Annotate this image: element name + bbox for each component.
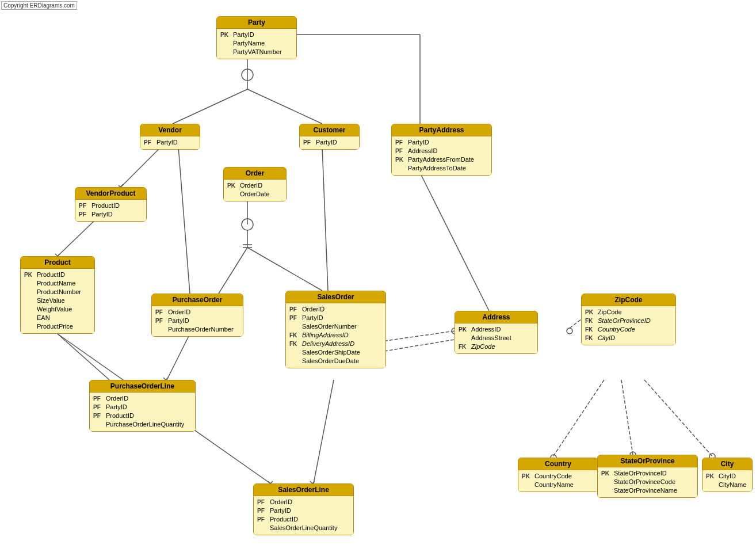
entity-vendorproduct: VendorProduct PFProductID PFPartyID [75, 187, 147, 222]
entity-body-vendor: PFPartyID [140, 136, 200, 149]
entity-row: PartyName [220, 39, 293, 48]
entity-row: PKZipCode [585, 308, 672, 317]
svg-line-20 [322, 147, 328, 291]
entity-header-country: Country [518, 458, 598, 470]
entity-row: PartyVATNumber [220, 48, 293, 56]
entity-body-salesorder: PFOrderID PFPartyID SalesOrderNumber FKB… [286, 303, 385, 368]
entity-vendor: Vendor PFPartyID [140, 124, 200, 150]
entity-header-vendorproduct: VendorProduct [75, 188, 146, 200]
entity-header-address: Address [455, 311, 537, 323]
svg-line-3 [247, 89, 322, 124]
entity-header-vendor: Vendor [140, 124, 200, 136]
entity-party: Party PKPartyID PartyName PartyVATNumber [216, 16, 297, 59]
entity-row: StateOrProvinceCode [601, 478, 694, 486]
entity-header-purchaseorderline: PurchaseOrderLine [90, 380, 195, 393]
entity-row: PFProductID [79, 201, 143, 210]
svg-line-12 [178, 147, 190, 294]
svg-point-2 [242, 69, 253, 81]
svg-line-19 [247, 247, 322, 291]
entity-header-customer: Customer [300, 124, 359, 136]
entity-row: OrderDate [227, 190, 282, 199]
entity-body-salesorderline: PFOrderID PFPartyID PFProductID SalesOrd… [254, 496, 353, 535]
entity-body-vendorproduct: PFProductID PFPartyID [75, 200, 146, 221]
entity-header-party: Party [217, 17, 296, 29]
entity-salesorderline: SalesOrderLine PFOrderID PFPartyID PFPro… [253, 483, 354, 535]
entity-row: FKStateOrProvinceID [585, 317, 672, 325]
entity-row: ProductNumber [24, 288, 91, 296]
entity-row: SalesOrderLineQuantity [257, 524, 350, 532]
entity-row: PFOrderID [257, 498, 350, 507]
entity-row: WeightValue [24, 305, 91, 314]
entity-row: PurchaseOrderLineQuantity [93, 420, 192, 429]
entity-row: CountryName [522, 481, 594, 489]
entity-purchaseorder: PurchaseOrder PFOrderID PFPartyID Purcha… [151, 294, 243, 337]
entity-row: PFPartyID [79, 210, 143, 219]
entity-row: PFOrderID [155, 308, 239, 317]
entity-row: PFPartyID [289, 314, 382, 322]
svg-line-22 [374, 331, 455, 342]
entity-row: PKStateOrProvinceID [601, 469, 694, 478]
entity-row: PKCityID [706, 472, 749, 481]
entity-row: StateOrProvinceName [601, 486, 694, 495]
entity-row: ProductPrice [24, 322, 91, 331]
entity-row: PKPartyAddressFromDate [395, 155, 488, 164]
entity-header-zipcode: ZipCode [582, 294, 675, 306]
entity-row: PurchaseOrderNumber [155, 325, 239, 334]
entity-row: PFPartyID [257, 507, 350, 515]
entity-row: PFAddressID [395, 147, 488, 155]
entity-body-party: PKPartyID PartyName PartyVATNumber [217, 29, 296, 59]
entity-header-salesorder: SalesOrder [286, 291, 385, 303]
svg-line-25 [570, 319, 581, 328]
entity-body-city: PKCityID CityName [702, 470, 752, 492]
entity-stateorprovince: StateOrProvince PKStateOrProvinceID Stat… [597, 455, 698, 498]
svg-line-6 [121, 147, 161, 187]
entity-row: PFPartyID [303, 138, 356, 147]
svg-line-18 [219, 247, 247, 294]
entity-row: AddressStreet [459, 334, 534, 342]
entity-row: SalesOrderNumber [289, 322, 382, 331]
entity-row: PKAddressID [459, 325, 534, 334]
entity-header-order: Order [224, 167, 286, 180]
entity-row: PKProductID [24, 271, 91, 279]
entity-partyaddress: PartyAddress PFPartyID PFAddressID PKPar… [391, 124, 492, 176]
entity-row: PFPartyID [155, 317, 239, 325]
svg-line-31 [644, 380, 713, 458]
svg-line-29 [552, 380, 604, 458]
entity-row: PKCountryCode [522, 472, 594, 481]
entity-body-purchaseorder: PFOrderID PFPartyID PurchaseOrderNumber [152, 306, 243, 336]
entity-header-partyaddress: PartyAddress [392, 124, 491, 136]
entity-body-partyaddress: PFPartyID PFAddressID PKPartyAddressFrom… [392, 136, 491, 175]
entity-row: SalesOrderDueDate [289, 357, 382, 365]
svg-line-36 [58, 334, 109, 380]
entity-row: PartyAddressToDate [395, 164, 488, 173]
entity-row: FKDeliveryAddressID [289, 340, 382, 348]
svg-line-37 [314, 380, 334, 483]
entity-row: FKZipCode [459, 342, 534, 351]
entity-header-salesorderline: SalesOrderLine [254, 484, 353, 496]
entity-customer: Customer PFPartyID [299, 124, 360, 150]
svg-point-26 [567, 328, 572, 334]
entity-body-purchaseorderline: PFOrderID PFPartyID PFProductID Purchase… [90, 393, 195, 431]
entity-purchaseorderline: PurchaseOrderLine PFOrderID PFPartyID PF… [89, 380, 196, 432]
entity-body-country: PKCountryCode CountryName [518, 470, 598, 492]
entity-zipcode: ZipCode PKZipCode FKStateOrProvinceID FK… [581, 294, 676, 345]
entity-salesorder: SalesOrder PFOrderID PFPartyID SalesOrde… [285, 291, 386, 368]
entity-body-stateorprovince: PKStateOrProvinceID StateOrProvinceCode … [598, 467, 697, 497]
entity-city: City PKCityID CityName [702, 458, 753, 492]
entity-row: PKOrderID [227, 181, 282, 190]
entity-row: SizeValue [24, 296, 91, 305]
svg-point-14 [242, 219, 253, 230]
copyright-watermark: Copyright ERDiagrams.com [1, 1, 77, 10]
svg-line-33 [167, 334, 190, 380]
entity-order: Order PKOrderID OrderDate [223, 167, 287, 201]
entity-header-city: City [702, 458, 752, 470]
entity-row: PFProductID [257, 515, 350, 524]
entity-body-product: PKProductID ProductName ProductNumber Si… [21, 269, 94, 333]
entity-body-customer: PFPartyID [300, 136, 359, 149]
entity-row: PKPartyID [220, 31, 293, 39]
svg-line-1 [173, 89, 247, 124]
svg-line-21 [420, 173, 489, 311]
entity-row: FKCityID [585, 334, 672, 342]
entity-row: SalesOrderShipDate [289, 348, 382, 357]
entity-body-order: PKOrderID OrderDate [224, 180, 286, 201]
